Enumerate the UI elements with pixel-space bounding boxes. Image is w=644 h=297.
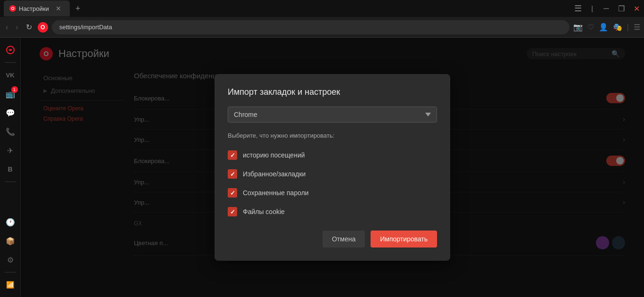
tab-label: Настройки xyxy=(19,5,50,12)
modal-subtitle: Выберите, что нужно импортировать: xyxy=(228,132,437,139)
checkbox-bookmarks[interactable] xyxy=(228,169,237,179)
hamburger-icon[interactable]: ☰ xyxy=(574,3,582,14)
camera-icon[interactable]: 📷 xyxy=(573,23,583,32)
back-button[interactable]: ‹ xyxy=(4,21,10,33)
sidebar-item-vkontakte[interactable]: В xyxy=(2,161,19,178)
address-right-icons: 📷 ♡ 👤 🎭 | ☰ xyxy=(573,23,640,32)
sidebar-divider-2 xyxy=(5,182,16,182)
checkbox-row-history[interactable]: историю посещений xyxy=(228,146,437,165)
checkbox-label-passwords: Сохраненные пароли xyxy=(243,189,309,197)
browser-select[interactable]: Chrome Firefox Edge Opera Internet Explo… xyxy=(228,107,437,123)
forward-button[interactable]: › xyxy=(14,21,20,33)
twitch-badge: 1 xyxy=(11,86,18,93)
opera-logo: O xyxy=(38,22,48,33)
sidebar: VK 📺 1 💬 📞 ✈ В 🕐 📦 ⚙ 📶 xyxy=(0,38,21,297)
tab-area: O Настройки ✕ + xyxy=(4,0,570,16)
checkbox-label-history: историю посещений xyxy=(243,151,305,159)
sidebar-item-vk[interactable]: VK xyxy=(2,66,19,83)
checkbox-row-cookies[interactable]: Файлы cookie xyxy=(228,202,437,221)
sidebar-item-flow[interactable] xyxy=(2,41,19,58)
menu-icon[interactable]: ☰ xyxy=(634,23,640,32)
title-bar: O Настройки ✕ + ☰ | ─ ❐ ✕ xyxy=(0,0,644,17)
import-button[interactable]: Импортировать xyxy=(371,231,437,248)
minimize-button[interactable]: ─ xyxy=(603,5,610,12)
reload-button[interactable]: ↻ xyxy=(24,21,34,33)
checkbox-row-bookmarks[interactable]: Избранное/закладки xyxy=(228,165,437,183)
new-tab-button[interactable]: + xyxy=(72,4,84,14)
sidebar-item-wifi[interactable]: 📶 xyxy=(2,276,19,293)
sidebar-item-settings[interactable]: ⚙ xyxy=(2,251,19,268)
restore-button[interactable]: ❐ xyxy=(618,5,625,12)
sidebar-divider-3 xyxy=(5,272,16,272)
sidebar-item-telegram[interactable]: ✈ xyxy=(2,142,19,159)
tab-favicon: O xyxy=(9,5,16,12)
avatar-icon[interactable]: 👤 xyxy=(599,23,608,32)
import-modal: Импорт закладок и настроек Chrome Firefo… xyxy=(215,74,450,261)
checkbox-label-cookies: Файлы cookie xyxy=(243,208,285,215)
close-button[interactable]: ✕ xyxy=(633,5,640,12)
settings-tab[interactable]: O Настройки ✕ xyxy=(4,0,70,16)
modal-overlay: Импорт закладок и настроек Chrome Firefo… xyxy=(21,38,644,297)
sidebar-item-whatsapp[interactable]: 📞 xyxy=(2,123,19,140)
sidebar-item-history[interactable]: 🕐 xyxy=(2,214,19,231)
modal-title: Импорт закладок и настроек xyxy=(228,87,437,97)
content-area: O Настройки 🔍 Основные ▶ Дополнительно О… xyxy=(21,38,644,297)
sidebar-item-twitch[interactable]: 📺 1 xyxy=(2,85,19,102)
checkbox-passwords[interactable] xyxy=(228,188,237,198)
checkbox-label-bookmarks: Избранное/закладки xyxy=(243,170,305,178)
sidebar-item-packages[interactable]: 📦 xyxy=(2,232,19,249)
address-bar: ‹ › ↻ O 📷 ♡ 👤 🎭 | ☰ xyxy=(0,17,644,38)
cancel-button[interactable]: Отмена xyxy=(322,231,365,248)
modal-footer: Отмена Импортировать xyxy=(228,231,437,248)
checkbox-row-passwords[interactable]: Сохраненные пароли xyxy=(228,183,437,202)
sidebar-item-messenger[interactable]: 💬 xyxy=(2,104,19,121)
window-controls: ☰ | ─ ❐ ✕ xyxy=(574,3,640,14)
heart-icon[interactable]: ♡ xyxy=(587,23,594,32)
profile-icon[interactable]: 🎭 xyxy=(613,23,622,32)
url-input[interactable] xyxy=(52,20,570,34)
checkbox-cookies[interactable] xyxy=(228,207,237,216)
tab-close-button[interactable]: ✕ xyxy=(53,4,64,13)
sidebar-divider-1 xyxy=(5,62,16,63)
checkbox-history[interactable] xyxy=(228,150,237,160)
main-layout: VK 📺 1 💬 📞 ✈ В 🕐 📦 ⚙ 📶 xyxy=(0,38,644,297)
